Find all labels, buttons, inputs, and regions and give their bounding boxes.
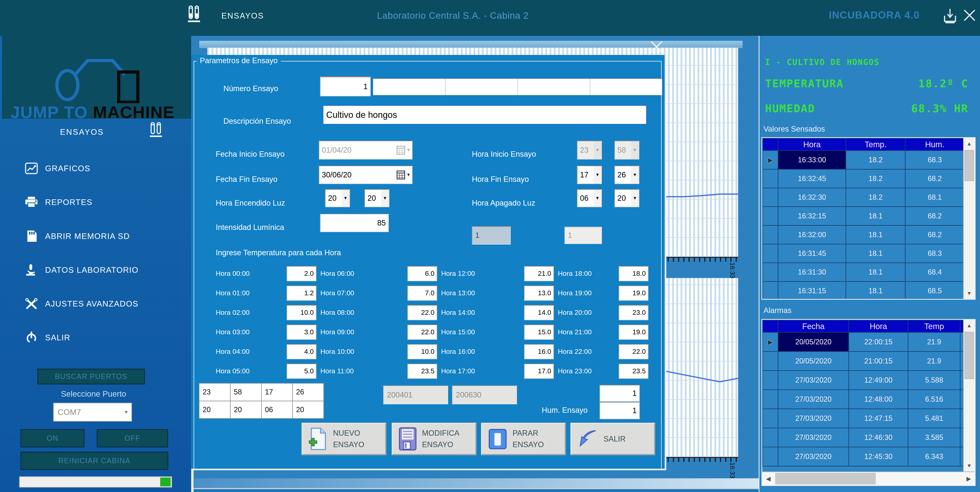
hour-temperature-field[interactable]: 7.0 xyxy=(407,286,437,301)
hour-temperature-item: Hora 05:00 5.0 xyxy=(216,361,320,381)
ensayo-grid-cell[interactable] xyxy=(445,79,518,95)
ensayo-grid-row[interactable] xyxy=(373,78,662,95)
app-brand: INCUBADORA 4.0 xyxy=(795,9,920,21)
hour-temperature-field[interactable]: 2.0 xyxy=(286,266,317,281)
hour-temperature-item: Hora 21:00 19.0 xyxy=(558,322,652,342)
topbar-nav-ensayos[interactable]: ENSAYOS xyxy=(221,11,264,20)
sensados-table: Hora Temp. Hum. ▶ 16:33:00 18.2 68.3 xyxy=(762,138,963,299)
port-select[interactable]: COM7 ▼ xyxy=(53,403,132,422)
hora-inicio-hh-spinner[interactable]: 23▼ xyxy=(577,141,602,160)
ensayo-grid-cell[interactable] xyxy=(590,79,662,95)
hour-temperature-field[interactable]: 13.0 xyxy=(524,286,554,301)
intensidad-label: Intensidad Lumínica xyxy=(216,223,284,232)
sidebar-item-datos-laboratorio[interactable]: DATOS LABORATORIO xyxy=(25,264,138,276)
hour-temperature-field[interactable]: 19.0 xyxy=(619,324,648,340)
scrollbar-thumb[interactable] xyxy=(964,150,974,181)
scroll-left-icon[interactable]: ◀ xyxy=(762,475,774,482)
scroll-down-icon[interactable]: ▼ xyxy=(964,460,975,471)
parametros-ensayo-dialog: Parametros de Ensayo Número Ensayo 1 Des… xyxy=(191,55,666,470)
humidity-display-row: HUMEDAD 68.3% HR xyxy=(765,102,968,115)
hour-temperature-field[interactable]: 19.0 xyxy=(619,286,648,301)
buscar-puertos-button[interactable]: BUSCAR PUERTOS xyxy=(37,369,145,384)
hour-temperature-field[interactable]: 23.5 xyxy=(619,363,648,379)
chart-icon xyxy=(25,162,38,174)
hour-temperature-field[interactable]: 14.0 xyxy=(524,305,554,320)
sidebar-item-abrir-memoria-sd[interactable]: ABRIR MEMORIA SD xyxy=(25,230,130,242)
hour-temperature-field[interactable]: 10.0 xyxy=(407,344,437,359)
sidebar-section-ensayos[interactable]: ENSAYOS xyxy=(60,127,104,136)
numero-ensayo-field[interactable]: 1 xyxy=(320,76,371,96)
hora-fin-hh-spinner[interactable]: 17▼ xyxy=(577,165,602,184)
hour-temperature-field[interactable]: 17.0 xyxy=(524,363,554,379)
hour-temperature-field[interactable]: 4.0 xyxy=(286,344,317,359)
sensados-vertical-scrollbar[interactable]: ▲ ▼ xyxy=(963,138,975,299)
hour-temperature-field[interactable]: 3.0 xyxy=(286,324,317,340)
encendido-mm-spinner[interactable]: 20▼ xyxy=(364,189,390,207)
ensayo-grid-cell[interactable] xyxy=(518,79,590,95)
scroll-right-icon[interactable]: ▶ xyxy=(963,475,975,482)
scrollbar-thumb[interactable] xyxy=(775,473,876,484)
hour-temperature-field[interactable]: 23.5 xyxy=(407,363,437,379)
sidebar-item-salir[interactable]: SALIR xyxy=(25,332,70,344)
tools-icon xyxy=(25,298,38,310)
hour-temperature-field[interactable]: 22.0 xyxy=(407,305,437,320)
hour-temperature-field[interactable]: 23.0 xyxy=(619,305,648,320)
hour-temperature-item: Hora 18:00 18.0 xyxy=(558,264,652,283)
alarmas-label: Alarmas xyxy=(764,306,791,315)
alarmas-vertical-scrollbar[interactable]: ▲ ▼ xyxy=(963,320,975,471)
dialog-close-icon[interactable] xyxy=(649,40,663,54)
hora-fin-mm-spinner[interactable]: 26▼ xyxy=(614,165,639,184)
apagado-mm-spinner[interactable]: 20▼ xyxy=(614,189,639,207)
chevron-down-icon: ▼ xyxy=(593,190,601,206)
sidebar-item-graficos[interactable]: GRAFICOS xyxy=(25,162,90,174)
reiniciar-cabina-button[interactable]: REINICIAR CABINA xyxy=(21,452,168,470)
hora-inicio-mm-spinner[interactable]: 58▼ xyxy=(614,141,639,160)
hour-temperature-field[interactable]: 15.0 xyxy=(524,324,554,340)
intensidad-field[interactable]: 85 xyxy=(320,214,389,232)
window-close-icon[interactable] xyxy=(963,9,976,22)
scroll-up-icon[interactable]: ▲ xyxy=(964,320,975,331)
fecha-inicio-picker[interactable]: 01/04/20 ▼ xyxy=(319,141,412,160)
scrollbar-thumb[interactable] xyxy=(964,332,974,379)
hour-temperature-field[interactable]: 6.0 xyxy=(407,266,437,281)
hour-temperature-field[interactable]: 16.0 xyxy=(524,344,554,359)
descripcion-input[interactable]: Cultivo de hongos xyxy=(323,105,647,125)
sidebar-item-reportes[interactable]: REPORTES xyxy=(25,196,92,208)
off-button[interactable]: OFF xyxy=(97,429,168,448)
scroll-up-icon[interactable]: ▲ xyxy=(964,138,975,149)
hour-temperature-field[interactable]: 18.0 xyxy=(619,266,648,281)
download-icon[interactable] xyxy=(943,8,957,24)
hora-encendido-label: Hora Encendido Luz xyxy=(216,199,285,207)
descripcion-label: Descripción Ensayo xyxy=(223,117,291,125)
hour-label: Hora 19:00 xyxy=(558,289,592,297)
sidebar-item-ajustes-avanzados[interactable]: AJUSTES AVANZADOS xyxy=(25,298,138,310)
apagado-hh-spinner[interactable]: 06▼ xyxy=(577,189,602,207)
salir-button[interactable]: SALIR xyxy=(571,423,655,455)
hour-temperature-item: Hora 06:00 6.0 xyxy=(320,264,441,283)
hour-temperature-field[interactable]: 10.0 xyxy=(286,305,317,320)
hum-ensayo-field[interactable]: 1 xyxy=(600,402,640,419)
hour-temperature-field[interactable]: 22.0 xyxy=(619,344,648,359)
on-button[interactable]: ON xyxy=(21,429,84,448)
modifica-ensayo-button[interactable]: MODIFICAENSAYO xyxy=(392,423,476,455)
hour-temperature-field[interactable]: 22.0 xyxy=(407,324,437,340)
chevron-down-icon: ▼ xyxy=(593,141,601,159)
alarmas-horizontal-scrollbar[interactable]: ◀ ▶ xyxy=(762,471,975,485)
sidebar-item-label: AJUSTES AVANZADOS xyxy=(45,299,138,308)
row-marker xyxy=(763,170,778,188)
hour-temperature-field[interactable]: 5.0 xyxy=(286,363,317,379)
nuevo-ensayo-button[interactable]: NUEVOENSAYO xyxy=(302,423,386,455)
encendido-hh-spinner[interactable]: 20▼ xyxy=(325,189,350,207)
temperature-axis-tick-label: 16:33 xyxy=(729,262,736,278)
sidebar-item-label: ABRIR MEMORIA SD xyxy=(45,232,130,241)
humidity-display-label: HUMEDAD xyxy=(765,102,815,115)
ensayo-grid-cell[interactable] xyxy=(373,79,445,95)
scroll-down-icon[interactable]: ▼ xyxy=(964,288,975,299)
fecha-fin-picker[interactable]: 30/06/20 ▼ xyxy=(319,165,412,184)
new-file-icon xyxy=(309,427,328,451)
hour-temperature-field[interactable]: 1.2 xyxy=(286,286,317,301)
hora-apagado-label: Hora Apagado Luz xyxy=(472,199,535,207)
hour-temperature-field[interactable]: 21.0 xyxy=(524,266,554,281)
parar-ensayo-button[interactable]: PARARENSAYO xyxy=(481,423,565,455)
aux-number-field[interactable]: 1 xyxy=(600,385,640,402)
